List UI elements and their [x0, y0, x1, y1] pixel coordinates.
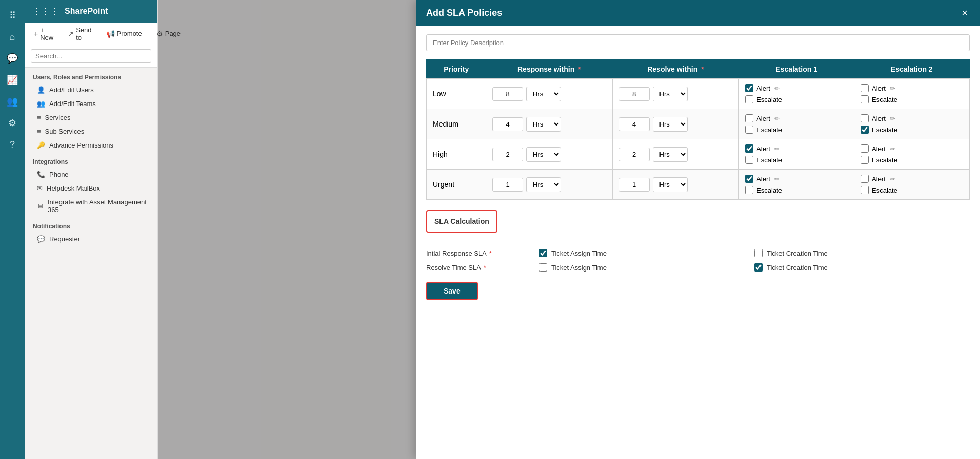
esc1-alert-checkbox-0[interactable]	[745, 84, 753, 92]
esc1-alert-label-1: Alert	[756, 115, 770, 122]
sidebar-item-services[interactable]: ≡ Services	[25, 111, 157, 124]
esc2-escalate-label-0: Escalate	[872, 96, 897, 103]
response-unit-select-3[interactable]: Hrs Mins Days	[526, 177, 561, 192]
esc1-escalate-checkbox-0[interactable]	[745, 95, 753, 103]
table-row: Medium Hrs Mins Days Hrs Mins Days	[427, 109, 970, 139]
initial-response-ticket-creation-checkbox[interactable]	[754, 249, 763, 257]
promote-label: Promote	[117, 30, 142, 37]
sidebar-item-integrate-asset[interactable]: 🖥 Integrate with Asset Management 365	[25, 195, 157, 217]
new-button[interactable]: + + New	[31, 24, 56, 44]
resolve-value-input-0[interactable]	[619, 87, 650, 101]
ticket-assign-time-label1: Ticket Assign Time	[551, 249, 607, 257]
resolve-time-label: Resolve Time SLA *	[426, 264, 539, 272]
mail-icon: ✉	[37, 184, 43, 192]
services-label: Services	[45, 114, 71, 121]
phone-label: Phone	[49, 171, 69, 178]
esc2-alert-edit-icon-1[interactable]: ✏	[890, 115, 895, 122]
resolve-value-input-3[interactable]	[619, 178, 650, 192]
esc1-alert-checkbox-2[interactable]	[745, 144, 753, 153]
table-row: High Hrs Mins Days Hrs Mins Days	[427, 139, 970, 170]
esc2-alert-checkbox-3[interactable]	[861, 175, 869, 183]
sidebar-nav: Users, Roles and Permissions 👤 Add/Edit …	[25, 68, 157, 459]
app-menu-icon[interactable]: ⋮⋮⋮	[32, 6, 59, 17]
initial-response-label: Intial Response SLA *	[426, 249, 539, 257]
help-icon[interactable]: ?	[3, 135, 22, 154]
esc1-alert-checkbox-3[interactable]	[745, 175, 753, 183]
send-to-button[interactable]: ↗ Send to	[65, 24, 94, 44]
esc2-escalate-checkbox-3[interactable]	[861, 186, 869, 194]
esc1-escalate-label-1: Escalate	[756, 126, 782, 134]
response-value-input-2[interactable]	[492, 148, 523, 161]
esc1-escalate-checkbox-3[interactable]	[745, 186, 753, 194]
integrate-asset-label: Integrate with Asset Management 365	[48, 198, 149, 214]
chart-icon[interactable]: 📈	[3, 71, 22, 89]
add-edit-teams-label: Add/Edit Teams	[49, 100, 96, 108]
resolve-unit-select-3[interactable]: Hrs Mins Days	[653, 177, 688, 192]
app-header: ⋮⋮⋮ SharePoint	[25, 0, 157, 23]
resolve-value-input-2[interactable]	[619, 148, 650, 161]
resolve-ticket-assign-checkbox[interactable]	[539, 263, 547, 272]
esc2-escalate-checkbox-2[interactable]	[861, 156, 869, 164]
esc2-alert-edit-icon-3[interactable]: ✏	[890, 175, 895, 183]
esc2-alert-edit-icon-2[interactable]: ✏	[890, 145, 895, 153]
send-icon: ↗	[68, 30, 74, 38]
esc2-escalate-label-2: Escalate	[872, 156, 897, 164]
modal-body: Priority Response within * Resolve withi…	[416, 26, 980, 459]
main-area: Add SLA Policies × Priority Response wit…	[158, 0, 980, 459]
promote-button[interactable]: 📢 Promote	[103, 28, 145, 40]
response-value-input-1[interactable]	[492, 117, 523, 131]
chat-icon[interactable]: 💬	[3, 49, 22, 68]
esc2-alert-checkbox-0[interactable]	[861, 84, 869, 92]
sidebar-item-helpdesk-mailbox[interactable]: ✉ Helpdesk MailBox	[25, 181, 157, 195]
initial-response-ticket-assign-checkbox[interactable]	[539, 249, 547, 257]
add-edit-users-label: Add/Edit Users	[49, 86, 94, 94]
esc2-alert-checkbox-1[interactable]	[861, 114, 869, 122]
response-unit-select-2[interactable]: Hrs Mins Days	[526, 147, 561, 162]
people-icon[interactable]: 👥	[3, 92, 22, 111]
esc1-alert-edit-icon-3[interactable]: ✏	[774, 175, 780, 183]
response-within-cell-3: Hrs Mins Days	[486, 170, 613, 200]
esc1-escalate-checkbox-2[interactable]	[745, 156, 753, 164]
modal-close-button[interactable]: ×	[959, 7, 970, 19]
esc2-alert-edit-icon-0[interactable]: ✏	[890, 85, 895, 92]
sidebar-item-advance-permissions[interactable]: 🔑 Advance Permissions	[25, 138, 157, 152]
response-unit-select-0[interactable]: Hrs Mins Days	[526, 87, 561, 101]
esc2-alert-checkbox-2[interactable]	[861, 144, 869, 153]
esc2-alert-label-2: Alert	[872, 145, 886, 153]
resolve-unit-select-1[interactable]: Hrs Mins Days	[653, 117, 688, 132]
esc2-escalate-checkbox-1[interactable]	[861, 126, 869, 134]
esc1-alert-edit-icon-0[interactable]: ✏	[774, 85, 780, 92]
home-icon[interactable]: ⌂	[3, 28, 22, 46]
resolve-ticket-creation-checkbox[interactable]	[754, 263, 763, 272]
resolve-within-cell-0: Hrs Mins Days	[612, 79, 739, 109]
policy-description-input[interactable]	[426, 34, 970, 51]
esc1-alert-checkbox-1[interactable]	[745, 114, 753, 122]
settings-icon[interactable]: ⚙	[3, 114, 22, 132]
sidebar-item-sub-services[interactable]: ≡ Sub Services	[25, 124, 157, 138]
grid-icon[interactable]: ⠿	[3, 6, 22, 25]
resolve-unit-select-0[interactable]: Hrs Mins Days	[653, 87, 688, 101]
sla-calc-title: SLA Calculation	[434, 217, 489, 225]
response-unit-select-1[interactable]: Hrs Mins Days	[526, 117, 561, 132]
sub-services-icon: ≡	[37, 128, 41, 135]
search-bar	[25, 45, 157, 68]
resolve-unit-select-2[interactable]: Hrs Mins Days	[653, 147, 688, 162]
modal-add-sla-policies: Add SLA Policies × Priority Response wit…	[416, 0, 980, 459]
esc2-escalate-checkbox-0[interactable]	[861, 95, 869, 103]
integrations-section-header: Integrations	[25, 152, 157, 168]
sidebar-item-add-edit-users[interactable]: 👤 Add/Edit Users	[25, 83, 157, 97]
esc1-escalate-checkbox-1[interactable]	[745, 126, 753, 134]
resolve-value-input-1[interactable]	[619, 117, 650, 131]
sidebar-item-requester[interactable]: 💬 Requester	[25, 232, 157, 246]
esc1-alert-edit-icon-1[interactable]: ✏	[774, 115, 780, 122]
save-button[interactable]: Save	[426, 282, 478, 300]
col-escalation1: Escalation 1	[739, 60, 854, 79]
response-value-input-0[interactable]	[492, 87, 523, 101]
sidebar-item-phone[interactable]: 📞 Phone	[25, 168, 157, 181]
esc1-alert-edit-icon-2[interactable]: ✏	[774, 145, 780, 153]
response-value-input-3[interactable]	[492, 178, 523, 192]
esc2-alert-label-3: Alert	[872, 175, 886, 183]
advance-permissions-label: Advance Permissions	[49, 141, 113, 149]
sidebar-item-add-edit-teams[interactable]: 👥 Add/Edit Teams	[25, 97, 157, 111]
search-input[interactable]	[31, 49, 151, 63]
